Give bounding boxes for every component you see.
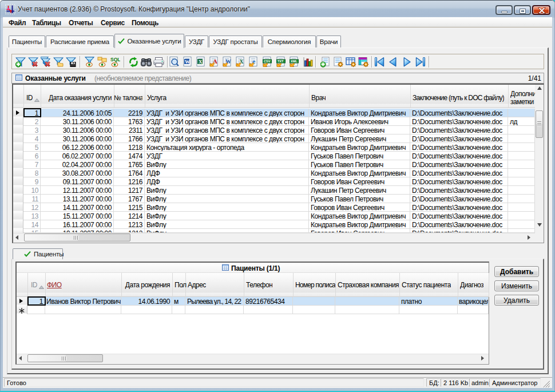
svg-text:X: X xyxy=(199,59,203,65)
svg-text:W: W xyxy=(185,59,190,65)
svg-text:XML: XML xyxy=(291,60,298,63)
svg-text:TXT: TXT xyxy=(278,60,284,63)
svg-text:SQL: SQL xyxy=(110,57,120,62)
svg-text:CSV: CSV xyxy=(264,60,271,63)
